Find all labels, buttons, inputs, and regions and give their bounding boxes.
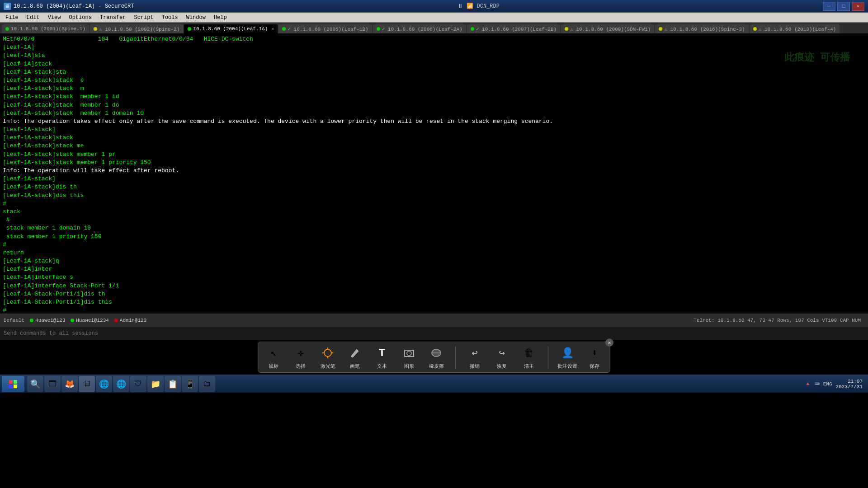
tab-label-leaf2b: ✓ 10.1.8.60 (2007)(Leaf-2B) (476, 26, 557, 32)
text-label: 文本 (377, 363, 387, 370)
titlebar-controls[interactable]: ─ □ ✕ (823, 2, 864, 11)
session-dot-huawei1 (30, 319, 33, 322)
start-button[interactable] (2, 376, 24, 392)
tab-sdnfw1[interactable]: ⚠ 10.1.8.60 (2009)(SDN-FW1) (561, 24, 654, 33)
menu-script[interactable]: Script (130, 14, 157, 22)
tab-spine1[interactable]: 10.1.8.50 (2001)(Spine-1) (2, 24, 89, 33)
tab-leaf4[interactable]: ⚠ 10.1.8.60 (2013)(Leaf-4) (750, 24, 840, 33)
term-line: [Leaf-1A-stack]dis this (3, 192, 865, 200)
menu-tools[interactable]: Tools (158, 14, 182, 22)
tab-label-spine3: ⚠ 10.1.8.60 (2016)(Spine-3) (664, 26, 745, 32)
tab-close-leaf1a[interactable]: ✕ (271, 26, 274, 32)
taskbar-terminal[interactable]: 🖥 (79, 376, 95, 392)
pen-label: 画笔 (350, 363, 360, 370)
status-default-label: Default (4, 318, 24, 323)
taskbar-browser2[interactable]: 🌐 (113, 376, 129, 392)
close-button[interactable]: ✕ (852, 2, 864, 11)
term-line: [Leaf-1A-stack]stack e (3, 76, 865, 84)
term-line: [Leaf-1A]interface s (3, 273, 865, 282)
tab-leaf1b[interactable]: ✓ 10.1.8.60 (2005)(Leaf-1B) (278, 24, 372, 33)
toolbar-close-button[interactable]: ✕ (605, 338, 613, 347)
term-line: [Leaf-1A]stack (3, 60, 865, 68)
taskbar-taskview[interactable]: 🗔 (44, 376, 61, 392)
tab-dot-spine2 (94, 27, 97, 31)
menu-help[interactable]: Help (210, 14, 231, 22)
taskbar-lang[interactable]: ENG (823, 381, 832, 387)
taskbar-browser1[interactable]: 🌐 (96, 376, 112, 392)
taskbar-shield[interactable]: 🛡 (130, 376, 146, 392)
taskbar-chevron[interactable]: 🔺 (805, 381, 811, 387)
svg-rect-10 (9, 380, 13, 384)
tab-label-leaf4: ⚠ 10.1.8.60 (2013)(Leaf-4) (759, 26, 836, 32)
minimize-button[interactable]: ─ (823, 2, 835, 11)
tab-leaf2a[interactable]: ✓ 10.1.8.60 (2006)(Leaf-2A) (373, 24, 466, 33)
term-line: [Leaf-1A-stack] (3, 126, 865, 134)
svg-point-6 (407, 351, 411, 356)
eraser-tool[interactable]: 橡皮擦 (426, 345, 446, 370)
terminal[interactable]: 此痕迹 可传播 MEth0/0/0 104 GigabitEthernet0/0… (0, 33, 868, 314)
session-label-admin: Admin@123 (120, 318, 146, 323)
annotation-label: 批注设置 (557, 363, 577, 370)
menu-transfer[interactable]: Transfer (96, 14, 130, 22)
save-tool[interactable]: ⬇ 保存 (585, 345, 604, 370)
taskbar-app2[interactable]: 🗂 (199, 376, 215, 392)
tab-label-spine1: 10.1.8.50 (2001)(Spine-1) (11, 26, 85, 32)
tab-dot-leaf2a (377, 27, 380, 31)
term-line: [Leaf-1A]interface Stack-Port 1/1 (3, 282, 865, 290)
term-line: # (3, 306, 865, 314)
taskbar-file[interactable]: 📋 (165, 376, 181, 392)
taskbar-app1[interactable]: 📱 (182, 376, 198, 392)
toolbar-divider-2 (548, 346, 548, 369)
taskbar-search[interactable]: 🔍 (27, 376, 43, 392)
select-tool[interactable]: ✛ 选择 (291, 345, 311, 370)
redo-label: 恢复 (497, 363, 507, 370)
term-line: [Leaf-1A-stack]stack m (3, 84, 865, 93)
menu-edit[interactable]: Edit (23, 14, 43, 22)
taskbar-folder[interactable]: 📁 (147, 376, 164, 392)
tab-spine3[interactable]: ⚠ 10.1.8.60 (2016)(Spine-3) (655, 24, 748, 33)
menu-view[interactable]: View (44, 14, 65, 22)
menu-window[interactable]: Window (183, 14, 209, 22)
term-line: stack member 1 domain 10 (3, 224, 865, 232)
tab-label-leaf1b: ✓ 10.1.8.60 (2005)(Leaf-1B) (288, 26, 368, 32)
undo-label: 撤销 (470, 363, 480, 370)
term-line: # (3, 200, 865, 208)
save-label: 保存 (590, 363, 599, 370)
text-icon: T (374, 345, 390, 361)
tab-dot-spine3 (659, 27, 662, 31)
svg-rect-13 (14, 385, 17, 388)
tab-spine2[interactable]: ⚠ 10.1.8.50 (2002)(Spine-2) (90, 24, 183, 33)
term-line: [Leaf-1A-Stack-Port1/1]dis th (3, 290, 865, 298)
maximize-button[interactable]: □ (837, 2, 850, 11)
term-line: [Leaf-1A-stack]q (3, 257, 865, 265)
term-line: [Leaf-1A-stack]stack member 1 pr (3, 150, 865, 159)
svg-rect-11 (14, 380, 17, 384)
mouse-tool[interactable]: ↖ 鼠标 (264, 345, 283, 370)
tab-leaf1a[interactable]: 10.1.8.60 (2004)(Leaf-1A) ✕ (184, 24, 278, 33)
term-line: [Leaf-1A]sta (3, 52, 865, 60)
eraser-icon (428, 345, 444, 361)
tab-leaf2b[interactable]: ✓ 10.1.8.60 (2007)(Leaf-2B) (467, 24, 560, 33)
redo-icon: ↪ (494, 345, 510, 361)
menu-options[interactable]: Options (65, 14, 95, 22)
session-huawei1: Huawei@123 (30, 318, 65, 323)
text-tool[interactable]: T 文本 (372, 345, 392, 370)
statusbar: Default Huawei@123 Huawei@1234 Admin@123… (0, 314, 868, 326)
cmd-area[interactable] (0, 326, 868, 340)
taskbar-keyboard: ⌨ (815, 379, 820, 389)
annotation-settings-tool[interactable]: 👤 批注设置 (557, 345, 577, 370)
shape-tool[interactable]: 图形 (399, 345, 419, 370)
term-line: [Leaf-1A-stack]stack me (3, 142, 865, 150)
menu-file[interactable]: File (2, 14, 22, 22)
session-admin: Admin@123 (114, 318, 146, 323)
redo-tool[interactable]: ↪ 恢复 (492, 345, 512, 370)
taskbar-firefox[interactable]: 🦊 (61, 376, 78, 392)
tab-dot-leaf1b (282, 27, 286, 31)
cmd-input[interactable] (4, 330, 864, 337)
laser-tool[interactable]: 激光笔 (318, 345, 338, 370)
pen-tool[interactable]: 画笔 (345, 345, 365, 370)
session-dot-huawei2 (71, 319, 74, 322)
term-line: [Leaf-1A-stack]stack member 1 do (3, 101, 865, 109)
clear-tool[interactable]: 🗑 清主 (519, 345, 539, 370)
undo-tool[interactable]: ↩ 撤销 (465, 345, 485, 370)
